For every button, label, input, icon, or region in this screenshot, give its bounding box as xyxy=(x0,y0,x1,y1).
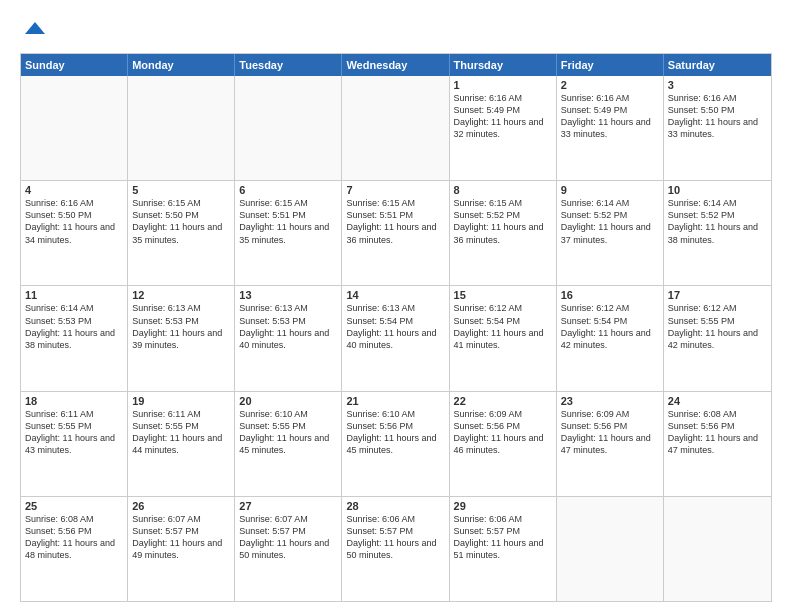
calendar-cell: 7Sunrise: 6:15 AM Sunset: 5:51 PM Daylig… xyxy=(342,181,449,285)
day-info: Sunrise: 6:08 AM Sunset: 5:56 PM Dayligh… xyxy=(25,513,123,562)
calendar-cell: 17Sunrise: 6:12 AM Sunset: 5:55 PM Dayli… xyxy=(664,286,771,390)
calendar-cell: 18Sunrise: 6:11 AM Sunset: 5:55 PM Dayli… xyxy=(21,392,128,496)
day-info: Sunrise: 6:12 AM Sunset: 5:55 PM Dayligh… xyxy=(668,302,767,351)
day-number: 26 xyxy=(132,500,230,512)
day-number: 4 xyxy=(25,184,123,196)
day-number: 25 xyxy=(25,500,123,512)
calendar-cell xyxy=(664,497,771,601)
day-info: Sunrise: 6:06 AM Sunset: 5:57 PM Dayligh… xyxy=(346,513,444,562)
header-cell-monday: Monday xyxy=(128,54,235,76)
day-info: Sunrise: 6:14 AM Sunset: 5:53 PM Dayligh… xyxy=(25,302,123,351)
calendar-week-0: 1Sunrise: 6:16 AM Sunset: 5:49 PM Daylig… xyxy=(21,76,771,180)
calendar-cell: 9Sunrise: 6:14 AM Sunset: 5:52 PM Daylig… xyxy=(557,181,664,285)
day-info: Sunrise: 6:11 AM Sunset: 5:55 PM Dayligh… xyxy=(132,408,230,457)
day-number: 7 xyxy=(346,184,444,196)
calendar: SundayMondayTuesdayWednesdayThursdayFrid… xyxy=(20,53,772,602)
day-number: 6 xyxy=(239,184,337,196)
day-number: 20 xyxy=(239,395,337,407)
calendar-cell: 13Sunrise: 6:13 AM Sunset: 5:53 PM Dayli… xyxy=(235,286,342,390)
day-number: 11 xyxy=(25,289,123,301)
day-info: Sunrise: 6:14 AM Sunset: 5:52 PM Dayligh… xyxy=(561,197,659,246)
calendar-week-4: 25Sunrise: 6:08 AM Sunset: 5:56 PM Dayli… xyxy=(21,496,771,601)
page: SundayMondayTuesdayWednesdayThursdayFrid… xyxy=(0,0,792,612)
day-info: Sunrise: 6:15 AM Sunset: 5:51 PM Dayligh… xyxy=(239,197,337,246)
day-number: 19 xyxy=(132,395,230,407)
day-info: Sunrise: 6:11 AM Sunset: 5:55 PM Dayligh… xyxy=(25,408,123,457)
day-number: 13 xyxy=(239,289,337,301)
day-number: 9 xyxy=(561,184,659,196)
day-info: Sunrise: 6:15 AM Sunset: 5:50 PM Dayligh… xyxy=(132,197,230,246)
day-info: Sunrise: 6:15 AM Sunset: 5:52 PM Dayligh… xyxy=(454,197,552,246)
calendar-cell xyxy=(21,76,128,180)
day-number: 18 xyxy=(25,395,123,407)
day-info: Sunrise: 6:15 AM Sunset: 5:51 PM Dayligh… xyxy=(346,197,444,246)
day-number: 21 xyxy=(346,395,444,407)
calendar-cell: 22Sunrise: 6:09 AM Sunset: 5:56 PM Dayli… xyxy=(450,392,557,496)
header-cell-wednesday: Wednesday xyxy=(342,54,449,76)
calendar-cell: 3Sunrise: 6:16 AM Sunset: 5:50 PM Daylig… xyxy=(664,76,771,180)
day-number: 24 xyxy=(668,395,767,407)
day-info: Sunrise: 6:06 AM Sunset: 5:57 PM Dayligh… xyxy=(454,513,552,562)
calendar-cell: 10Sunrise: 6:14 AM Sunset: 5:52 PM Dayli… xyxy=(664,181,771,285)
calendar-cell: 6Sunrise: 6:15 AM Sunset: 5:51 PM Daylig… xyxy=(235,181,342,285)
day-number: 14 xyxy=(346,289,444,301)
day-info: Sunrise: 6:09 AM Sunset: 5:56 PM Dayligh… xyxy=(454,408,552,457)
calendar-cell: 29Sunrise: 6:06 AM Sunset: 5:57 PM Dayli… xyxy=(450,497,557,601)
day-info: Sunrise: 6:09 AM Sunset: 5:56 PM Dayligh… xyxy=(561,408,659,457)
calendar-cell: 25Sunrise: 6:08 AM Sunset: 5:56 PM Dayli… xyxy=(21,497,128,601)
calendar-cell: 21Sunrise: 6:10 AM Sunset: 5:56 PM Dayli… xyxy=(342,392,449,496)
calendar-week-2: 11Sunrise: 6:14 AM Sunset: 5:53 PM Dayli… xyxy=(21,285,771,390)
calendar-cell: 19Sunrise: 6:11 AM Sunset: 5:55 PM Dayli… xyxy=(128,392,235,496)
calendar-cell: 11Sunrise: 6:14 AM Sunset: 5:53 PM Dayli… xyxy=(21,286,128,390)
header-cell-thursday: Thursday xyxy=(450,54,557,76)
header-cell-saturday: Saturday xyxy=(664,54,771,76)
day-info: Sunrise: 6:10 AM Sunset: 5:56 PM Dayligh… xyxy=(346,408,444,457)
day-number: 12 xyxy=(132,289,230,301)
calendar-cell: 12Sunrise: 6:13 AM Sunset: 5:53 PM Dayli… xyxy=(128,286,235,390)
day-number: 28 xyxy=(346,500,444,512)
calendar-cell xyxy=(235,76,342,180)
logo xyxy=(20,16,47,45)
calendar-cell: 2Sunrise: 6:16 AM Sunset: 5:49 PM Daylig… xyxy=(557,76,664,180)
calendar-cell: 16Sunrise: 6:12 AM Sunset: 5:54 PM Dayli… xyxy=(557,286,664,390)
calendar-header-row: SundayMondayTuesdayWednesdayThursdayFrid… xyxy=(21,54,771,76)
calendar-cell: 8Sunrise: 6:15 AM Sunset: 5:52 PM Daylig… xyxy=(450,181,557,285)
day-info: Sunrise: 6:13 AM Sunset: 5:53 PM Dayligh… xyxy=(132,302,230,351)
day-number: 15 xyxy=(454,289,552,301)
calendar-cell: 14Sunrise: 6:13 AM Sunset: 5:54 PM Dayli… xyxy=(342,286,449,390)
day-number: 23 xyxy=(561,395,659,407)
day-number: 27 xyxy=(239,500,337,512)
calendar-cell: 27Sunrise: 6:07 AM Sunset: 5:57 PM Dayli… xyxy=(235,497,342,601)
day-info: Sunrise: 6:10 AM Sunset: 5:55 PM Dayligh… xyxy=(239,408,337,457)
day-info: Sunrise: 6:12 AM Sunset: 5:54 PM Dayligh… xyxy=(454,302,552,351)
calendar-cell: 20Sunrise: 6:10 AM Sunset: 5:55 PM Dayli… xyxy=(235,392,342,496)
calendar-cell xyxy=(557,497,664,601)
logo-icon xyxy=(23,16,47,40)
day-info: Sunrise: 6:08 AM Sunset: 5:56 PM Dayligh… xyxy=(668,408,767,457)
day-number: 10 xyxy=(668,184,767,196)
day-number: 5 xyxy=(132,184,230,196)
day-info: Sunrise: 6:16 AM Sunset: 5:50 PM Dayligh… xyxy=(25,197,123,246)
day-info: Sunrise: 6:07 AM Sunset: 5:57 PM Dayligh… xyxy=(132,513,230,562)
day-number: 8 xyxy=(454,184,552,196)
day-info: Sunrise: 6:13 AM Sunset: 5:54 PM Dayligh… xyxy=(346,302,444,351)
calendar-cell: 24Sunrise: 6:08 AM Sunset: 5:56 PM Dayli… xyxy=(664,392,771,496)
header xyxy=(20,16,772,45)
calendar-cell: 4Sunrise: 6:16 AM Sunset: 5:50 PM Daylig… xyxy=(21,181,128,285)
day-number: 3 xyxy=(668,79,767,91)
calendar-cell xyxy=(128,76,235,180)
calendar-cell: 15Sunrise: 6:12 AM Sunset: 5:54 PM Dayli… xyxy=(450,286,557,390)
day-number: 17 xyxy=(668,289,767,301)
day-info: Sunrise: 6:13 AM Sunset: 5:53 PM Dayligh… xyxy=(239,302,337,351)
day-info: Sunrise: 6:12 AM Sunset: 5:54 PM Dayligh… xyxy=(561,302,659,351)
calendar-body: 1Sunrise: 6:16 AM Sunset: 5:49 PM Daylig… xyxy=(21,76,771,601)
calendar-cell: 26Sunrise: 6:07 AM Sunset: 5:57 PM Dayli… xyxy=(128,497,235,601)
day-number: 2 xyxy=(561,79,659,91)
calendar-cell xyxy=(342,76,449,180)
calendar-week-1: 4Sunrise: 6:16 AM Sunset: 5:50 PM Daylig… xyxy=(21,180,771,285)
calendar-week-3: 18Sunrise: 6:11 AM Sunset: 5:55 PM Dayli… xyxy=(21,391,771,496)
day-number: 1 xyxy=(454,79,552,91)
header-cell-sunday: Sunday xyxy=(21,54,128,76)
day-info: Sunrise: 6:14 AM Sunset: 5:52 PM Dayligh… xyxy=(668,197,767,246)
day-number: 29 xyxy=(454,500,552,512)
